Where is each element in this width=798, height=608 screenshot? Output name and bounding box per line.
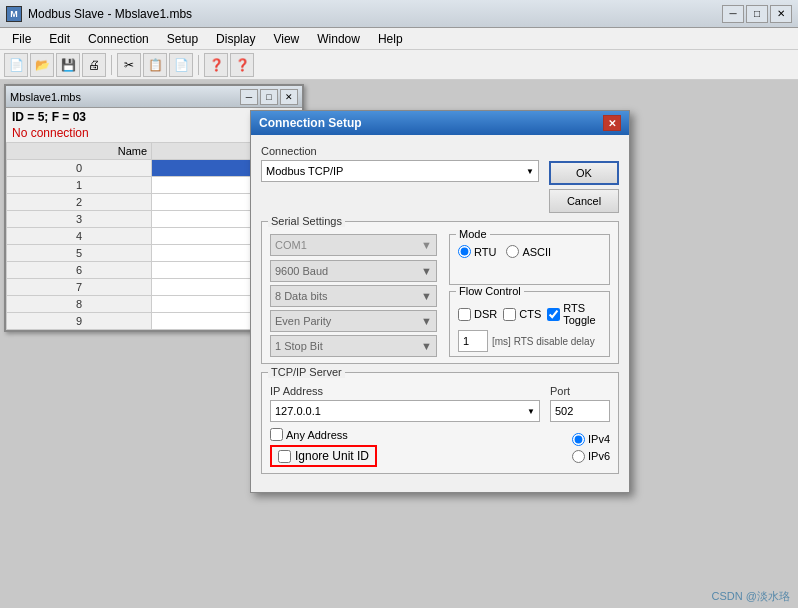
flow-control-title: Flow Control (456, 285, 524, 297)
col-name: Name (7, 143, 152, 160)
mdi-controls: ─ □ ✕ (240, 89, 298, 105)
mdi-title-bar: Mbslave1.mbs ─ □ ✕ (6, 86, 302, 108)
serial-settings-section: Serial Settings COM1 ▼ 9600 Baud ▼ (261, 221, 619, 364)
table-row-num: 6 (7, 262, 152, 279)
close-btn[interactable]: ✕ (770, 5, 792, 23)
table-row-num: 2 (7, 194, 152, 211)
ip-address-label: IP Address (270, 385, 540, 397)
dialog-close-btn[interactable]: ✕ (603, 115, 621, 131)
toolbar-cut[interactable]: ✂ (117, 53, 141, 77)
toolbar-print[interactable]: 🖨 (82, 53, 106, 77)
title-bar: M Modbus Slave - Mbslave1.mbs ─ □ ✕ (0, 0, 798, 28)
watermark: CSDN @淡水珞 (712, 589, 790, 604)
table-row-num: 4 (7, 228, 152, 245)
toolbar-save[interactable]: 💾 (56, 53, 80, 77)
menu-bar: File Edit Connection Setup Display View … (0, 28, 798, 50)
parity-select: Even Parity ▼ (270, 310, 437, 332)
ipv6-radio-item[interactable]: IPv6 (572, 450, 610, 463)
mdi-title: Mbslave1.mbs (10, 91, 81, 103)
dialog-title: Connection Setup (259, 116, 362, 130)
mdi-close[interactable]: ✕ (280, 89, 298, 105)
tcpip-section: TCP/IP Server IP Address 127.0.0.1 ▼ Por… (261, 372, 619, 474)
mdi-minimize[interactable]: ─ (240, 89, 258, 105)
dialog-body: Connection Modbus TCP/IP ▼ OK Cancel Ser… (251, 135, 629, 492)
com-arrow: ▼ (421, 239, 432, 251)
title-controls: ─ □ ✕ (722, 5, 792, 23)
toolbar-about[interactable]: ❓ (230, 53, 254, 77)
ignore-unit-id-highlight: Ignore Unit ID (270, 445, 377, 467)
toolbar: 📄 📂 💾 🖨 ✂ 📋 📄 ❓ ❓ (0, 50, 798, 80)
menu-connection[interactable]: Connection (80, 30, 157, 48)
ipv4-radio-item[interactable]: IPv4 (572, 433, 610, 446)
ipv6-label: IPv6 (588, 450, 610, 462)
baud-select: 9600 Baud ▼ (270, 260, 437, 282)
menu-help[interactable]: Help (370, 30, 411, 48)
any-address-item[interactable]: Any Address (270, 428, 377, 441)
connection-value: Modbus TCP/IP (266, 165, 343, 177)
ipv4-radio[interactable] (572, 433, 585, 446)
toolbar-help[interactable]: ❓ (204, 53, 228, 77)
menu-window[interactable]: Window (309, 30, 368, 48)
databits-select: 8 Data bits ▼ (270, 285, 437, 307)
ignore-unit-id-checkbox[interactable] (278, 450, 291, 463)
ascii-radio-item[interactable]: ASCII (506, 245, 551, 258)
serial-settings-title: Serial Settings (268, 215, 345, 227)
port-input[interactable] (550, 400, 610, 422)
app-icon: M (6, 6, 22, 22)
ok-button[interactable]: OK (549, 161, 619, 185)
rtu-radio[interactable] (458, 245, 471, 258)
dialog-title-bar: Connection Setup ✕ (251, 111, 629, 135)
cts-checkbox[interactable] (503, 308, 516, 321)
any-address-checkbox[interactable] (270, 428, 283, 441)
port-label: Port (550, 385, 610, 397)
menu-view[interactable]: View (265, 30, 307, 48)
com-value: COM1 (275, 239, 307, 251)
ip-address-select[interactable]: 127.0.0.1 ▼ (270, 400, 540, 422)
main-content: Mbslave1.mbs ─ □ ✕ ID = 5; F = 03 No con… (0, 80, 798, 608)
rts-toggle-checkbox-item[interactable]: RTS Toggle (547, 302, 601, 326)
connection-dialog: Connection Setup ✕ Connection Modbus TCP… (250, 110, 630, 493)
toolbar-open[interactable]: 📂 (30, 53, 54, 77)
rts-toggle-label: RTS Toggle (563, 302, 601, 326)
cts-checkbox-item[interactable]: CTS (503, 308, 541, 321)
minimize-btn[interactable]: ─ (722, 5, 744, 23)
ipv6-radio[interactable] (572, 450, 585, 463)
toolbar-new[interactable]: 📄 (4, 53, 28, 77)
cts-label: CTS (519, 308, 541, 320)
ip-value: 127.0.0.1 (275, 405, 321, 417)
mdi-maximize[interactable]: □ (260, 89, 278, 105)
menu-file[interactable]: File (4, 30, 39, 48)
connection-label: Connection (261, 145, 539, 157)
com-select: COM1 ▼ (270, 234, 437, 256)
cancel-button[interactable]: Cancel (549, 189, 619, 213)
rtu-radio-item[interactable]: RTU (458, 245, 496, 258)
menu-edit[interactable]: Edit (41, 30, 78, 48)
table-row-num: 0 (7, 160, 152, 177)
tcpip-title: TCP/IP Server (268, 366, 345, 378)
dsr-checkbox[interactable] (458, 308, 471, 321)
app-title: Modbus Slave - Mbslave1.mbs (28, 7, 192, 21)
connection-select[interactable]: Modbus TCP/IP ▼ (261, 160, 539, 182)
table-row-num: 8 (7, 296, 152, 313)
menu-display[interactable]: Display (208, 30, 263, 48)
ascii-radio[interactable] (506, 245, 519, 258)
ip-arrow: ▼ (527, 407, 535, 416)
ascii-label: ASCII (522, 246, 551, 258)
mode-section: Mode RTU ASCII (449, 234, 610, 285)
toolbar-copy[interactable]: 📋 (143, 53, 167, 77)
menu-setup[interactable]: Setup (159, 30, 206, 48)
maximize-btn[interactable]: □ (746, 5, 768, 23)
dsr-checkbox-item[interactable]: DSR (458, 308, 497, 321)
rts-toggle-checkbox[interactable] (547, 308, 560, 321)
rts-delay-input[interactable] (458, 330, 488, 352)
table-row-num: 1 (7, 177, 152, 194)
ignore-unit-id-label: Ignore Unit ID (295, 449, 369, 463)
table-row-num: 7 (7, 279, 152, 296)
table-row-num: 9 (7, 313, 152, 330)
mode-title: Mode (456, 228, 490, 240)
rts-delay-suffix: [ms] RTS disable delay (492, 336, 595, 347)
dsr-label: DSR (474, 308, 497, 320)
table-row-num: 3 (7, 211, 152, 228)
toolbar-paste[interactable]: 📄 (169, 53, 193, 77)
flow-control-section: Flow Control DSR CTS (449, 291, 610, 357)
